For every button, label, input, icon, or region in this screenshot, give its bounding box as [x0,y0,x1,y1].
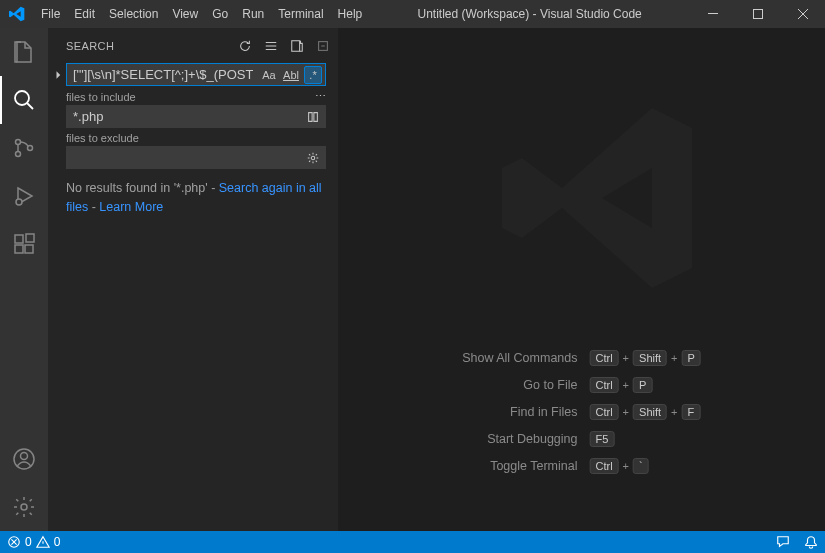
shortcut-label: Find in Files [462,405,577,419]
vscode-app-icon [0,6,34,22]
menu-go[interactable]: Go [205,0,235,28]
maximize-button[interactable] [735,0,780,28]
files-exclude-input[interactable] [67,147,325,168]
menu-help[interactable]: Help [331,0,370,28]
menu-view[interactable]: View [165,0,205,28]
keycap: Ctrl [589,377,618,393]
run-debug-tab[interactable] [0,172,48,220]
use-regex-toggle[interactable]: .* [304,66,322,84]
editor-area: Show All CommandsCtrl+Shift+PGo to FileC… [338,28,825,531]
files-include-label: files to include [66,91,136,103]
search-panel: SEARCH Aa Abl .* [48,28,338,531]
keycap: F5 [589,431,614,447]
menu-edit[interactable]: Edit [67,0,102,28]
svg-point-24 [311,156,315,160]
keycap: Shift [633,404,667,420]
svg-rect-12 [25,245,33,253]
refresh-icon[interactable] [238,39,252,53]
shortcut-label: Show All Commands [462,351,577,365]
window-title: Untitled (Workspace) - Visual Studio Cod… [369,7,690,21]
svg-rect-0 [708,13,718,14]
gear-icon[interactable] [304,149,322,167]
status-problems[interactable]: 0 0 [0,531,67,553]
shortcut-keys: F5 [589,431,700,447]
keycap: Ctrl [589,350,618,366]
clear-results-icon[interactable] [264,39,278,53]
window-controls [690,0,825,28]
svg-point-4 [15,91,29,105]
menu-terminal[interactable]: Terminal [271,0,330,28]
svg-point-9 [16,199,22,205]
keycap: P [633,377,652,393]
minimize-button[interactable] [690,0,735,28]
collapse-all-icon[interactable] [316,39,330,53]
keycap: P [681,350,700,366]
svg-rect-10 [15,235,23,243]
chevron-right-icon[interactable] [52,69,66,81]
svg-point-8 [28,146,33,151]
files-include-input[interactable] [67,106,325,127]
search-tab[interactable] [0,76,48,124]
extensions-tab[interactable] [0,220,48,268]
status-feedback[interactable] [769,531,797,553]
keycap: Ctrl [589,458,618,474]
close-button[interactable] [780,0,825,28]
status-notifications[interactable] [797,531,825,553]
learn-more-link[interactable]: Learn More [99,200,163,214]
shortcut-label: Start Debugging [462,432,577,446]
shortcut-keys: Ctrl+P [589,377,700,393]
settings-button[interactable] [0,483,48,531]
match-whole-word-toggle[interactable]: Abl [282,66,300,84]
svg-line-5 [27,103,33,109]
search-panel-title: SEARCH [66,40,114,52]
keycap: F [681,404,700,420]
shortcut-label: Go to File [462,378,577,392]
ellipsis-icon[interactable]: ⋯ [315,90,326,103]
files-exclude-label: files to exclude [66,132,139,144]
menu-selection[interactable]: Selection [102,0,165,28]
svg-point-15 [21,453,28,460]
menubar: File Edit Selection View Go Run Terminal… [34,0,369,28]
svg-rect-20 [292,40,300,51]
source-control-tab[interactable] [0,124,48,172]
keycap: Shift [633,350,667,366]
explorer-tab[interactable] [0,28,48,76]
svg-rect-1 [753,10,762,19]
accounts-button[interactable] [0,435,48,483]
menu-run[interactable]: Run [235,0,271,28]
shortcut-keys: Ctrl+Shift+F [589,404,700,420]
svg-rect-11 [15,245,23,253]
shortcut-label: Toggle Terminal [462,459,577,473]
svg-point-7 [16,152,21,157]
vscode-watermark-icon [502,98,742,338]
shortcut-keys: Ctrl+Shift+P [589,350,700,366]
welcome-shortcuts: Show All CommandsCtrl+Shift+PGo to FileC… [462,350,701,474]
menu-file[interactable]: File [34,0,67,28]
titlebar: File Edit Selection View Go Run Terminal… [0,0,825,28]
book-icon[interactable] [304,108,322,126]
activitybar [0,28,48,531]
keycap: ` [633,458,649,474]
svg-point-16 [21,504,27,510]
svg-rect-13 [26,234,34,242]
new-search-editor-icon[interactable] [290,39,304,53]
svg-point-6 [16,140,21,145]
search-input-wrap: Aa Abl .* [66,63,326,86]
no-results-message: No results found in '*.php' - Search aga… [66,179,326,217]
match-case-toggle[interactable]: Aa [260,66,278,84]
statusbar: 0 0 [0,531,825,553]
shortcut-keys: Ctrl+` [589,458,700,474]
keycap: Ctrl [589,404,618,420]
